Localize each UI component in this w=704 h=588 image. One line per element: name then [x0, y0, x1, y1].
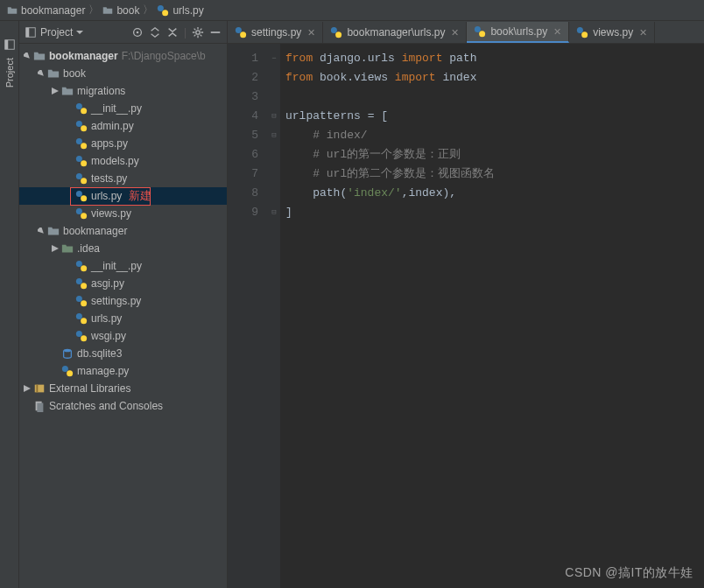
svg-point-1	[163, 10, 169, 16]
breadcrumb: bookmanager 〉 book 〉 urls.py	[0, 0, 704, 21]
close-icon[interactable]: ✕	[553, 26, 561, 38]
project-sidebar: Project | bookmanagerF:\DjangoSpace\b bo…	[19, 21, 228, 588]
breadcrumb-item[interactable]: bookmanager	[7, 4, 85, 17]
svg-point-34	[62, 366, 68, 372]
fold-gutter: −⊟⊟⊟	[268, 44, 280, 588]
svg-point-23	[76, 261, 82, 267]
editor-tab[interactable]: bookmanager\urls.py✕	[323, 22, 467, 43]
tree-folder-book[interactable]: book	[19, 65, 227, 82]
tree-file[interactable]: tests.py	[19, 170, 227, 187]
annotation-new: 新建	[129, 188, 151, 204]
svg-point-30	[81, 318, 87, 324]
breadcrumb-item[interactable]: book	[102, 4, 139, 17]
svg-point-19	[76, 191, 82, 197]
expand-all-icon[interactable]	[149, 26, 161, 38]
tree-file[interactable]: wsgi.py	[19, 327, 227, 345]
close-icon[interactable]: ✕	[451, 27, 459, 38]
line-number-gutter: 123456789	[228, 44, 268, 588]
close-icon[interactable]: ✕	[639, 27, 647, 38]
tool-window-bar: Project	[0, 21, 19, 588]
svg-point-27	[76, 296, 82, 302]
editor-area: settings.py✕bookmanager\urls.py✕book\url…	[228, 21, 704, 588]
svg-point-7	[137, 31, 139, 33]
svg-point-26	[81, 283, 87, 289]
project-tool-label[interactable]: Project	[4, 58, 15, 88]
svg-point-29	[76, 313, 82, 319]
svg-point-32	[81, 335, 87, 341]
svg-point-16	[81, 160, 87, 166]
svg-point-43	[336, 32, 342, 38]
svg-point-21	[76, 208, 82, 214]
editor-body[interactable]: 123456789 −⊟⊟⊟ from django.urls import p…	[228, 44, 704, 588]
tree-file[interactable]: apps.py	[19, 135, 227, 152]
tree-root[interactable]: bookmanagerF:\DjangoSpace\b	[19, 47, 227, 65]
svg-point-47	[581, 32, 588, 38]
code-content[interactable]: from django.urls import pathfrom book.vi…	[280, 44, 704, 588]
svg-rect-39	[37, 403, 43, 413]
svg-point-17	[76, 173, 82, 179]
sidebar-title-label: Project	[40, 26, 73, 38]
svg-point-13	[76, 138, 82, 144]
svg-point-46	[577, 27, 583, 33]
tree-file[interactable]: __init__.py	[19, 257, 227, 275]
svg-point-35	[67, 370, 73, 376]
svg-point-11	[76, 121, 82, 127]
svg-rect-5	[26, 27, 30, 37]
tree-file-manage[interactable]: manage.py	[19, 362, 227, 380]
tree-scratches[interactable]: Scratches and Consoles	[19, 397, 227, 415]
breadcrumb-item[interactable]: urls.py	[157, 4, 203, 17]
svg-point-42	[331, 27, 337, 33]
svg-point-33	[64, 349, 72, 353]
svg-point-28	[81, 300, 87, 306]
editor-tab[interactable]: book\urls.py✕	[467, 22, 569, 43]
tree-file[interactable]: urls.py新建	[19, 187, 227, 205]
svg-point-15	[76, 156, 82, 162]
svg-point-41	[240, 32, 246, 38]
tree-file[interactable]: settings.py	[19, 292, 227, 310]
chevron-down-icon[interactable]	[76, 29, 83, 36]
tree-file[interactable]: urls.py	[19, 310, 227, 327]
svg-point-12	[81, 125, 87, 131]
chevron-right-icon: 〉	[88, 3, 99, 18]
tree-external-libraries[interactable]: External Libraries	[19, 380, 227, 397]
editor-tabs: settings.py✕bookmanager\urls.py✕book\url…	[228, 21, 704, 44]
svg-point-22	[81, 213, 87, 219]
locate-icon[interactable]	[131, 26, 144, 38]
hide-icon[interactable]	[209, 26, 222, 38]
watermark: CSDN @搞IT的放牛娃	[565, 565, 693, 581]
tree-file[interactable]: asgi.py	[19, 275, 227, 292]
collapse-all-icon[interactable]	[166, 26, 179, 38]
svg-rect-37	[37, 385, 39, 393]
svg-point-8	[196, 30, 200, 33]
svg-point-14	[81, 143, 87, 149]
project-view-icon	[25, 26, 37, 38]
svg-point-44	[475, 26, 481, 32]
chevron-right-icon: 〉	[143, 3, 153, 18]
tree-file[interactable]: __init__.py	[19, 100, 227, 117]
tree-file[interactable]: admin.py	[19, 117, 227, 135]
svg-point-25	[76, 278, 82, 284]
svg-point-0	[158, 4, 164, 10]
svg-point-18	[81, 178, 87, 184]
svg-rect-3	[4, 40, 8, 50]
tree-folder-bookmanager[interactable]: bookmanager	[19, 222, 227, 240]
project-tool-icon[interactable]	[4, 38, 16, 51]
editor-tab[interactable]: settings.py✕	[228, 22, 323, 43]
svg-point-31	[76, 331, 82, 337]
tree-file[interactable]: models.py	[19, 152, 227, 170]
svg-point-24	[81, 265, 87, 271]
svg-point-10	[81, 108, 87, 114]
svg-point-9	[76, 103, 82, 109]
tree-file[interactable]: views.py	[19, 205, 227, 222]
gear-icon[interactable]	[192, 26, 204, 38]
close-icon[interactable]: ✕	[307, 27, 315, 38]
svg-point-45	[480, 31, 486, 37]
svg-point-40	[236, 27, 242, 33]
sidebar-header: Project |	[19, 21, 227, 44]
svg-rect-36	[35, 385, 45, 393]
project-tree[interactable]: bookmanagerF:\DjangoSpace\b book migrati…	[19, 44, 227, 588]
tree-file-db[interactable]: db.sqlite3	[19, 345, 227, 362]
tree-folder-migrations[interactable]: migrations	[19, 82, 227, 100]
editor-tab[interactable]: views.py✕	[569, 22, 655, 43]
tree-folder-idea[interactable]: .idea	[19, 240, 227, 257]
